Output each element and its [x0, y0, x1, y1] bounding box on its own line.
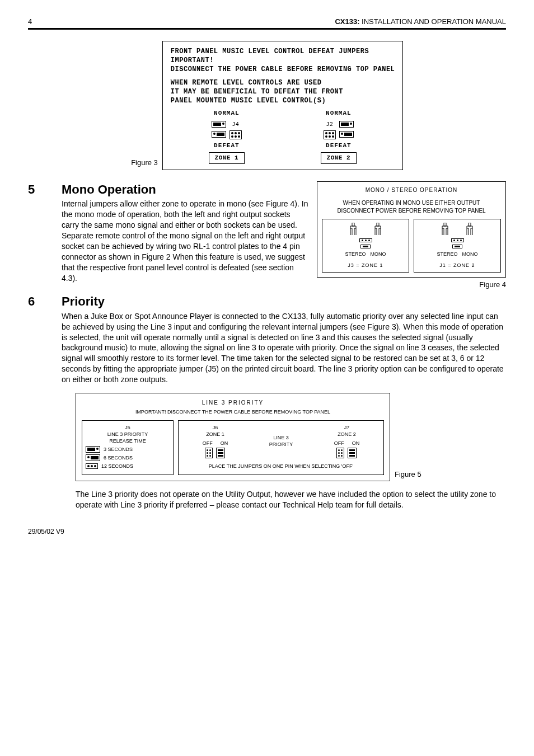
page-number: 4 — [28, 17, 32, 27]
figure-3-diagram: FRONT PANEL MUSIC LEVEL CONTROL DEFEAT J… — [162, 41, 403, 170]
fig4-stereo2: STEREO — [437, 251, 457, 257]
fig5-priority: PRIORITY — [269, 441, 293, 448]
jack-icon — [441, 223, 449, 235]
figure-4-caption: Figure 4 — [479, 280, 506, 290]
fig4-mono1: MONO — [371, 251, 386, 257]
svg-rect-1 — [377, 223, 379, 226]
fig4-j1: J1 = ZONE 2 — [439, 262, 475, 269]
fig4-note2: DISCONNECT POWER BEFORE REMOVING TOP PAN… — [322, 207, 501, 215]
jack-icon — [374, 223, 382, 235]
fig5-footnote: PLACE THE JUMPERS ON ONE PIN WHEN SELECT… — [182, 463, 380, 469]
fig5-opt12: 12 SECONDS — [101, 463, 133, 469]
fig3-zone1-group: NORMAL J4 DEFEAT ZONE 1 — [209, 109, 245, 164]
fig5-j6: J6 — [203, 424, 228, 431]
fig4-mono2: MONO — [462, 251, 478, 257]
fig5-opt6: 6 SECONDS — [104, 454, 133, 461]
footer: 29/05/02 V9 — [28, 527, 506, 536]
fig3-normal1: NORMAL — [209, 109, 245, 118]
fig4-title: MONO / STEREO OPERATION — [322, 186, 501, 194]
section-6: 6 Priority When a Juke Box or Spot Annou… — [28, 293, 506, 385]
section-5-body: Internal jumpers allow either zone to op… — [62, 199, 309, 283]
fig3-important: IMPORTANT! — [171, 56, 395, 65]
doc-title: INSTALLATION AND OPERATION MANUAL — [362, 17, 506, 26]
fig3-note3: PANEL MOUNTED MUSIC LEVEL CONTROL(S) — [171, 96, 395, 105]
figure-3-caption: Figure 3 — [131, 158, 158, 168]
figure-3-row: Figure 3 FRONT PANEL MUSIC LEVEL CONTROL… — [28, 41, 506, 170]
section-6-title: Priority — [62, 293, 506, 310]
fig3-j2: J2 — [326, 121, 333, 129]
fig4-zone2: STEREOMONO J1 = ZONE 2 — [414, 219, 501, 273]
fig3-zone2: ZONE 2 — [321, 152, 357, 164]
fig3-note1: WHEN REMOTE LEVEL CONTROLS ARE USED — [171, 78, 395, 87]
fig3-title: FRONT PANEL MUSIC LEVEL CONTROL DEFEAT J… — [171, 47, 395, 56]
fig5-opt3: 3 SECONDS — [104, 446, 133, 453]
jack-icon — [466, 223, 474, 235]
fig5-warning: IMPORTANT! DISCONNECT THE POWER CABLE BE… — [82, 408, 384, 415]
fig5-j5-sub2: RELEASE TIME — [86, 438, 170, 444]
fig3-warning: DISCONNECT THE POWER CABLE BEFORE REMOVI… — [171, 65, 395, 74]
fig5-line3: LINE 3 — [269, 434, 293, 441]
section-5-num: 5 — [28, 181, 45, 198]
page-header: 4 CX133: INSTALLATION AND OPERATION MANU… — [28, 17, 506, 30]
product-name: CX133: — [335, 17, 359, 26]
fig5-title: LINE 3 PRIORITY — [82, 399, 384, 407]
fig3-zone1: ZONE 1 — [209, 152, 245, 164]
fig3-note2: IT MAY BE BENEFICIAL TO DEFEAT THE FRONT — [171, 87, 395, 96]
figure-4-wrap: MONO / STEREO OPERATION WHEN OPERATING I… — [317, 181, 506, 290]
fig5-left: J5 LINE 3 PRIORITY RELEASE TIME 3 SECOND… — [82, 420, 174, 476]
fig3-defeat1: DEFEAT — [209, 142, 245, 150]
fig5-right: J6 ZONE 1 OFF ON LINE 3 PRIORIT — [178, 420, 384, 476]
svg-rect-2 — [444, 223, 446, 226]
figure-4-diagram: MONO / STEREO OPERATION WHEN OPERATING I… — [317, 181, 506, 278]
fig3-defeat2: DEFEAT — [321, 142, 357, 150]
fig4-stereo1: STEREO — [345, 251, 366, 257]
section-6-num: 6 — [28, 293, 45, 310]
fig5-zone1: ZONE 1 — [203, 431, 228, 438]
section-5: 5 Mono Operation Internal jumpers allow … — [28, 181, 506, 290]
section-5-title: Mono Operation — [62, 181, 309, 198]
figure-5-caption: Figure 5 — [395, 469, 421, 480]
fig5-j5-sub1: LINE 3 PRIORITY — [86, 431, 170, 438]
fig4-zone1: STEREOMONO J3 = ZONE 1 — [322, 219, 409, 273]
fig3-jumper-row: NORMAL J4 DEFEAT ZONE 1 NORMAL — [171, 109, 395, 164]
fig5-on1: ON — [221, 440, 228, 447]
section-6-body2: The Line 3 priority does not operate on … — [76, 489, 506, 510]
figure-5-wrap: LINE 3 PRIORITY IMPORTANT! DISCONNECT TH… — [76, 393, 506, 481]
fig3-j4: J4 — [232, 121, 239, 129]
fig5-off2: OFF — [334, 440, 344, 447]
fig5-off1: OFF — [203, 440, 213, 447]
fig4-j3: J3 = ZONE 1 — [348, 262, 383, 269]
section-6-body: When a Juke Box or Spot Announce Player … — [62, 311, 506, 385]
svg-rect-0 — [352, 223, 354, 226]
fig4-note1: WHEN OPERATING IN MONO USE EITHER OUTPUT — [322, 199, 501, 207]
fig3-normal2: NORMAL — [321, 109, 357, 118]
header-title: CX133: INSTALLATION AND OPERATION MANUAL — [335, 17, 506, 27]
svg-rect-3 — [469, 223, 471, 226]
fig5-j5: J5 — [86, 424, 170, 431]
jack-icon — [349, 223, 357, 235]
fig5-j7: J7 — [334, 424, 360, 431]
figure-5-diagram: LINE 3 PRIORITY IMPORTANT! DISCONNECT TH… — [76, 393, 390, 481]
fig5-on2: ON — [352, 440, 360, 447]
fig5-zone2: ZONE 2 — [334, 431, 360, 438]
fig3-zone2-group: NORMAL J2 DEFEAT ZONE 2 — [321, 109, 357, 164]
